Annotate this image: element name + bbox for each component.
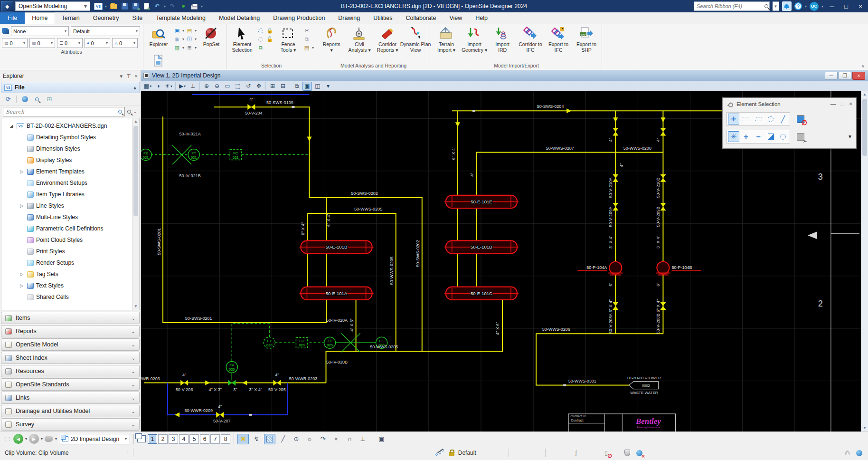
instrument-fc-021[interactable]: FC021	[230, 150, 241, 160]
print-button[interactable]	[190, 2, 198, 10]
tree-item-element-templates[interactable]: ▷Element Templates	[2, 166, 139, 177]
accordion-drainage-and-utilities-model[interactable]: Drainage and Utilities Model⌄	[1, 405, 140, 417]
references-icon[interactable]: 🗎	[173, 36, 181, 43]
properties-icon[interactable]: ⓘ	[186, 36, 193, 43]
copy-view-icon[interactable]: ⧉	[292, 82, 302, 91]
accordion-survey[interactable]: Survey⌄	[1, 418, 140, 431]
ribbon-button-import-geometry[interactable]: ImportGeometry ▾	[461, 25, 488, 53]
origin-snap-button[interactable]: ☼	[304, 434, 315, 444]
tree-item-dimension-styles[interactable]: Dimension Styles	[2, 143, 139, 154]
view-toggle-7[interactable]: 7	[210, 434, 220, 444]
transparency-combo[interactable]: ◬0▾	[112, 38, 138, 48]
shape-select-button[interactable]	[753, 114, 764, 125]
tree-item-text-styles[interactable]: ▷Text Styles	[2, 280, 139, 291]
select-previous-icon[interactable]: ⧉	[257, 44, 264, 51]
tree-item-multi-line-styles[interactable]: Multi-Line Styles	[2, 211, 139, 223]
save-settings-button[interactable]	[131, 2, 140, 10]
select-none-button[interactable]	[797, 133, 804, 141]
ribbon-button-reports[interactable]: Reports▾	[318, 25, 345, 53]
tab-file[interactable]: File	[0, 12, 25, 24]
account-dropdown[interactable]: ▾	[821, 4, 823, 9]
compress-status-icon[interactable]: ▯	[602, 449, 610, 457]
explorer-file-section[interactable]: V8 File ▴	[1, 82, 140, 93]
accordion-resources[interactable]: Resources⌄	[1, 365, 140, 377]
view-toggle-5[interactable]: 5	[189, 434, 199, 444]
exchanger-50-e-101a[interactable]: 50-E-101A	[299, 287, 373, 300]
instrument-fe-021[interactable]: FE021	[141, 149, 151, 161]
invert-selection-button[interactable]	[765, 131, 776, 142]
tray-icon[interactable]: ⎙	[843, 449, 851, 457]
midpoint-snap-button[interactable]: ╱	[277, 434, 289, 444]
exchanger-50-e-101e[interactable]: 50-E-101E	[444, 195, 519, 208]
view-play-icon[interactable]: ▶▾	[178, 82, 187, 91]
pump-50-p-104b[interactable]: 50-P-104B	[656, 262, 701, 275]
active-style-combo[interactable]: Default▾	[71, 26, 140, 36]
tab-drawing-production[interactable]: Drawing Production	[266, 12, 331, 24]
tab-view[interactable]: View	[443, 12, 469, 24]
ribbon-search-input[interactable]	[697, 3, 764, 9]
models-icon[interactable]: ▣	[173, 27, 181, 34]
undo-button[interactable]: ↶	[153, 2, 161, 10]
perpendicular-snap-button[interactable]: ⊥	[357, 434, 368, 444]
tab-template-modeling[interactable]: Template Modeling	[149, 12, 212, 24]
ribbon-button-dynamic-plan-view[interactable]: Dynamic PlanView	[402, 25, 429, 53]
pin-button[interactable]	[179, 2, 188, 10]
view-toggle-2[interactable]: 2	[158, 434, 168, 444]
tree-item-tag-sets[interactable]: ▷Tag Sets	[2, 268, 139, 280]
active-model-combo[interactable]: 2D Imperial Design ▾	[59, 434, 130, 444]
instrument-ft-021[interactable]: FT021	[188, 149, 199, 161]
cut-icon[interactable]: ✂	[303, 27, 311, 34]
chevron-down-icon[interactable]: ▾	[55, 437, 57, 441]
ribbon-button-fence-tools[interactable]: FenceTools ▾	[275, 25, 302, 53]
center-snap-button[interactable]: ⊙	[291, 434, 302, 444]
tree-item-item-type-libraries[interactable]: Item Type Libraries	[2, 189, 139, 200]
collapse-section-icon[interactable]: ▴	[133, 84, 136, 91]
network-icon[interactable]	[855, 449, 863, 457]
instrument-ft-020[interactable]: FT020	[324, 337, 336, 348]
connection-status-icon[interactable]	[635, 449, 643, 457]
raster-manager-icon[interactable]: ▥	[173, 44, 181, 51]
avatar[interactable]: UC	[810, 2, 819, 11]
refresh-button[interactable]: ⟳	[4, 95, 12, 104]
canvas-scrollbar[interactable]: ▲ ▼	[861, 91, 868, 431]
view-toggle-4[interactable]: 4	[179, 434, 189, 444]
line-select-button[interactable]: ╱	[777, 114, 789, 125]
instrument-fv-020[interactable]: FV020	[226, 361, 237, 373]
history-icon[interactable]	[45, 436, 53, 442]
lock-icon[interactable]: 🔒	[266, 27, 274, 34]
accordion-opensite-model[interactable]: OpenSite Model⌄	[1, 338, 140, 351]
zoom-out-icon[interactable]: ⊖	[212, 82, 222, 91]
accordion-sheet-index[interactable]: Sheet Index⌄	[1, 352, 140, 364]
accudraw-button[interactable]: ▣	[376, 434, 387, 444]
chevron-down-icon[interactable]: ▾	[105, 4, 107, 9]
chevron-down-icon[interactable]: ⌄	[133, 110, 137, 114]
subtract-selection-button[interactable]: −	[753, 131, 764, 142]
tree-item-point-cloud-styles[interactable]: Point Cloud Styles	[2, 234, 139, 246]
view-toggle-1[interactable]: 1	[148, 434, 157, 444]
view-close-button[interactable]: ×	[852, 72, 865, 80]
view-restore-button[interactable]: ❐	[839, 72, 851, 80]
tab-collaborate[interactable]: Collaborate	[399, 12, 443, 24]
open-button[interactable]	[109, 2, 118, 10]
explorer-search-box[interactable]	[3, 107, 125, 116]
accordion-links[interactable]: Links⌄	[1, 392, 140, 404]
zoom-in-icon[interactable]: ⊕	[202, 82, 211, 91]
explorer-pin-button[interactable]: ⊤	[126, 73, 131, 79]
bisector-snap-button[interactable]: ↷	[317, 434, 329, 444]
compress-button[interactable]	[142, 2, 151, 10]
search-dropdown[interactable]: ▾	[773, 1, 779, 11]
accordion-reports[interactable]: Reports⌄	[1, 325, 140, 337]
active-level-combo[interactable]: ▤0▾	[2, 38, 28, 48]
tab-help[interactable]: Help	[469, 12, 494, 24]
view-next-button[interactable]: ►	[29, 434, 39, 444]
ribbon-button-terrain-import[interactable]: TerrainImport ▾	[433, 25, 460, 53]
levels-icon[interactable]: ▤	[186, 27, 193, 34]
markups-icon[interactable]: ⊞	[186, 44, 193, 51]
exchanger-50-e-101d[interactable]: 50-E-101D	[444, 240, 519, 253]
tangent-snap-button[interactable]: ∩	[344, 434, 355, 444]
active-template-combo[interactable]: None▾	[11, 26, 69, 36]
clip-volume-icon[interactable]: ▣	[302, 82, 312, 91]
view-toggle-6[interactable]: 6	[200, 434, 209, 444]
view-groups-icon[interactable]	[137, 435, 146, 442]
element-selection-dialog[interactable]: Element Selection — □ × ✛ ╱	[722, 97, 857, 149]
